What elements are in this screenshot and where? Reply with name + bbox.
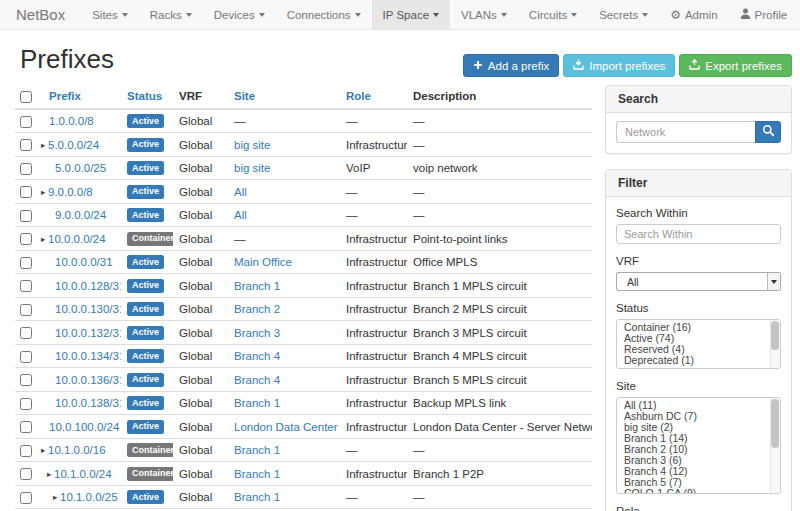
nav-item-admin[interactable]: ⚙ Admin — [659, 0, 728, 29]
table-row: 9.0.0.0/24ActiveGlobalAll—— — [15, 203, 592, 227]
table-row: 10.0.0.130/31ActiveGlobalBranch 2Infrast… — [15, 297, 592, 321]
column-header-role[interactable]: Role — [340, 85, 407, 109]
nav-item-sites[interactable]: Sites — [81, 0, 139, 29]
site-link[interactable]: Branch 1 — [234, 468, 280, 480]
prefix-link[interactable]: 10.0.0.0/24 — [48, 233, 106, 245]
filter-option[interactable]: Deprecated (1) — [617, 355, 768, 366]
cell-site: Branch 1 — [228, 438, 340, 462]
prefix-link[interactable]: 10.0.0.132/31 — [55, 327, 121, 339]
cell-vrf: Global — [173, 156, 228, 180]
row-checkbox[interactable] — [20, 186, 32, 198]
site-filter-label: Site — [616, 380, 781, 392]
scrollbar[interactable] — [770, 398, 780, 493]
nav-item-secrets[interactable]: Secrets — [588, 0, 659, 29]
site-link[interactable]: Branch 2 — [234, 303, 280, 315]
row-checkbox[interactable] — [20, 398, 32, 410]
prefix-link[interactable]: 9.0.0.0/24 — [55, 209, 106, 221]
column-header-status[interactable]: Status — [121, 85, 173, 109]
column-header-vrf: VRF — [173, 85, 228, 109]
description-value: — — [413, 209, 425, 221]
row-checkbox[interactable] — [20, 210, 32, 222]
row-checkbox[interactable] — [20, 445, 32, 457]
prefix-link[interactable]: 5.0.0.0/24 — [48, 139, 99, 151]
import-icon — [573, 59, 584, 72]
table-row: ▸10.1.0.0/24ContainerGlobalBranch 1Infra… — [15, 462, 592, 486]
row-checkbox[interactable] — [20, 280, 32, 292]
row-checkbox[interactable] — [20, 257, 32, 269]
nav-item-circuits[interactable]: Circuits — [518, 0, 588, 29]
filter-option[interactable]: COLO-1-CA (9) — [617, 488, 768, 494]
brand-logo[interactable]: NetBox — [0, 0, 81, 29]
row-checkbox[interactable] — [20, 233, 32, 245]
site-link[interactable]: All — [234, 186, 247, 198]
prefix-link[interactable]: 10.0.100.0/24 — [49, 421, 119, 433]
site-link[interactable]: Main Office — [234, 256, 292, 268]
prefix-link[interactable]: 10.0.0.134/31 — [55, 350, 121, 362]
column-header-prefix[interactable]: Prefix — [37, 85, 121, 109]
row-checkbox[interactable] — [20, 351, 32, 363]
nav-item-ip-space[interactable]: IP Space — [372, 0, 450, 29]
row-checkbox[interactable] — [20, 327, 32, 339]
prefix-link[interactable]: 10.1.0.0/16 — [48, 444, 106, 456]
import-prefixes-button[interactable]: Import prefixes — [563, 54, 675, 77]
nav-item-label: Profile — [755, 9, 788, 21]
nav-item-racks[interactable]: Racks — [139, 0, 203, 29]
prefix-link[interactable]: 5.0.0.0/25 — [55, 162, 106, 174]
filter-panel-title: Filter — [606, 170, 791, 197]
action-buttons: Add a prefix Import prefixes Export pref… — [463, 54, 792, 77]
prefix-link[interactable]: 10.0.0.138/31 — [55, 397, 121, 409]
site-link[interactable]: All — [234, 209, 247, 221]
row-checkbox[interactable] — [20, 304, 32, 316]
row-checkbox[interactable] — [20, 468, 32, 480]
export-prefixes-button[interactable]: Export prefixes — [679, 54, 792, 77]
status-badge: Active — [127, 373, 164, 387]
site-link[interactable]: Branch 3 — [234, 327, 280, 339]
nav-item-devices[interactable]: Devices — [203, 0, 276, 29]
scrollbar[interactable] — [770, 320, 780, 368]
prefix-link[interactable]: 10.0.0.130/31 — [55, 303, 121, 315]
add-prefix-button[interactable]: Add a prefix — [463, 54, 559, 77]
status-badge: Active — [127, 138, 164, 152]
nav-item-vlans[interactable]: VLANs — [450, 0, 518, 29]
site-link[interactable]: big site — [234, 139, 270, 151]
site-link[interactable]: Branch 1 — [234, 491, 280, 503]
column-header-site[interactable]: Site — [228, 85, 340, 109]
prefix-link[interactable]: 10.1.0.0/25 — [60, 491, 118, 503]
row-checkbox[interactable] — [20, 116, 32, 128]
expand-arrow-icon: ▸ — [41, 234, 48, 244]
search-within-input[interactable] — [616, 224, 781, 244]
site-link[interactable]: London Data Center — [234, 421, 338, 433]
site-link[interactable]: Branch 1 — [234, 280, 280, 292]
row-checkbox[interactable] — [20, 163, 32, 175]
cell-status: Active — [121, 203, 173, 227]
cell-vrf: Global — [173, 133, 228, 157]
prefix-link[interactable]: 9.0.0.0/8 — [48, 186, 93, 198]
vrf-select[interactable]: All — [616, 272, 781, 291]
prefix-link[interactable]: 10.1.0.0/24 — [54, 468, 112, 480]
site-link[interactable]: Branch 4 — [234, 350, 280, 362]
site-link[interactable]: Branch 1 — [234, 397, 280, 409]
row-checkbox[interactable] — [20, 492, 32, 504]
site-link[interactable]: big site — [234, 162, 270, 174]
site-link[interactable]: Branch 1 — [234, 444, 280, 456]
row-checkbox[interactable] — [20, 421, 32, 433]
cell-description: — — [407, 109, 592, 133]
description-value: — — [413, 139, 425, 151]
prefix-link[interactable]: 10.0.0.128/31 — [55, 280, 121, 292]
nav-item-profile[interactable]: Profile — [729, 0, 799, 29]
site-link[interactable]: Branch 4 — [234, 374, 280, 386]
nav-item-connections[interactable]: Connections — [276, 0, 372, 29]
search-input[interactable] — [616, 121, 755, 143]
row-checkbox[interactable] — [20, 374, 32, 386]
role-value: Infrastructure — [346, 303, 407, 315]
select-all-checkbox[interactable] — [20, 91, 32, 103]
prefix-link[interactable]: 10.0.0.0/31 — [55, 256, 113, 268]
row-checkbox[interactable] — [20, 139, 32, 151]
search-button[interactable] — [755, 121, 781, 143]
prefix-link[interactable]: 1.0.0.0/8 — [49, 115, 94, 127]
cell-site: Branch 1 — [228, 274, 340, 298]
prefix-link[interactable]: 10.0.0.136/31 — [55, 374, 121, 386]
status-listbox[interactable]: Container (16)Active (74)Reserved (4)Dep… — [616, 319, 781, 369]
cell-site: Branch 3 — [228, 321, 340, 345]
site-listbox[interactable]: All (11)Ashburn DC (7)big site (2)Branch… — [616, 397, 781, 494]
